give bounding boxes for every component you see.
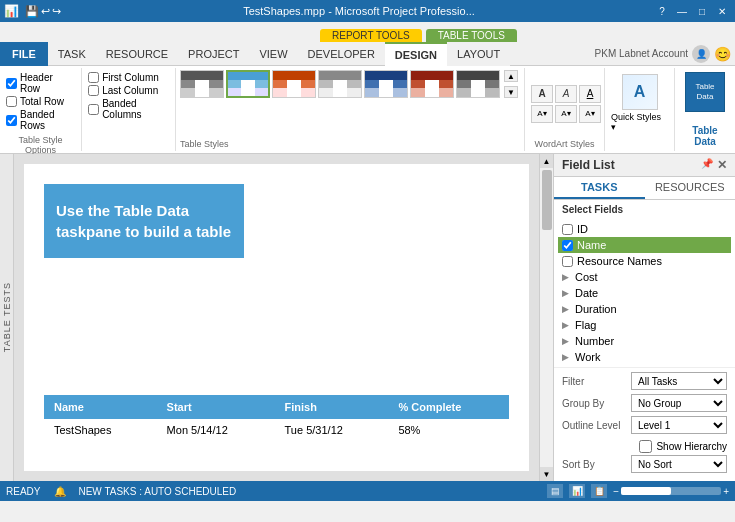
zoom-out[interactable]: − bbox=[613, 486, 619, 497]
banded-rows-option[interactable]: Banded Rows bbox=[6, 109, 75, 131]
status-right: ▤ 📊 📋 − + bbox=[547, 484, 729, 498]
tab-tasks[interactable]: TASKS bbox=[554, 177, 645, 199]
zoom-in[interactable]: + bbox=[723, 486, 729, 497]
table-tools-label[interactable]: TABLE TOOLS bbox=[426, 29, 517, 42]
table-data-group: TableData TableData bbox=[675, 68, 735, 151]
banded-columns-label: Banded Columns bbox=[102, 98, 169, 120]
v-scrollbar[interactable]: ▲ ▼ bbox=[539, 154, 553, 481]
wordart-btn-1[interactable]: A bbox=[531, 85, 553, 103]
banded-columns-checkbox[interactable] bbox=[88, 104, 99, 115]
new-tasks-icon[interactable]: 🔔 bbox=[54, 486, 66, 497]
style-swatch-5[interactable] bbox=[364, 70, 408, 98]
status-ready: READY bbox=[6, 486, 40, 497]
field-id-checkbox[interactable] bbox=[562, 224, 573, 235]
report-tools-context: REPORT TOOLS bbox=[320, 29, 422, 42]
style-swatch-6[interactable] bbox=[410, 70, 454, 98]
first-column-option[interactable]: First Column bbox=[88, 72, 169, 83]
field-list-controls: Filter All Tasks Group By No Group Outli… bbox=[554, 367, 735, 481]
banded-columns-option[interactable]: Banded Columns bbox=[88, 98, 169, 120]
group-by-select[interactable]: No Group bbox=[631, 394, 727, 412]
wordart-styles-group: A A A A▾ A▾ A▾ WordArt Styles bbox=[525, 68, 605, 151]
status-view-3[interactable]: 📋 bbox=[591, 484, 607, 498]
wordart-btn-2[interactable]: A bbox=[555, 85, 577, 103]
minimize-button[interactable]: — bbox=[673, 3, 691, 19]
wordart-fill[interactable]: A▾ bbox=[531, 105, 553, 123]
quick-access-redo[interactable]: ↪ bbox=[52, 5, 61, 18]
filter-select[interactable]: All Tasks bbox=[631, 372, 727, 390]
cell-start: Mon 5/14/12 bbox=[157, 419, 275, 441]
first-column-checkbox[interactable] bbox=[88, 72, 99, 83]
style-swatch-1[interactable] bbox=[180, 70, 224, 98]
last-column-checkbox[interactable] bbox=[88, 85, 99, 96]
wordart-outline[interactable]: A▾ bbox=[555, 105, 577, 123]
tab-layout[interactable]: LAYOUT bbox=[447, 42, 510, 66]
field-number[interactable]: ▶ Number bbox=[558, 333, 731, 349]
field-list-pin-icon[interactable]: 📌 bbox=[701, 158, 713, 172]
tab-view[interactable]: VIEW bbox=[249, 42, 297, 66]
quick-styles-dropdown[interactable]: Quick Styles ▾ bbox=[611, 112, 668, 132]
field-duration[interactable]: ▶ Duration bbox=[558, 301, 731, 317]
tab-task[interactable]: TASK bbox=[48, 42, 96, 66]
field-id[interactable]: ID bbox=[558, 221, 731, 237]
status-bar: READY 🔔 NEW TASKS : AUTO SCHEDULED ▤ 📊 📋… bbox=[0, 481, 735, 501]
field-name-label: Name bbox=[577, 239, 606, 251]
tab-design[interactable]: DESIGN bbox=[385, 42, 447, 66]
field-resource-names[interactable]: Resource Names bbox=[558, 253, 731, 269]
v-scroll-up[interactable]: ▲ bbox=[540, 154, 554, 168]
quick-access-save[interactable]: 💾 bbox=[25, 5, 39, 18]
style-swatch-2[interactable] bbox=[226, 70, 270, 98]
title-bar: 📊 💾 ↩ ↪ TestShapes.mpp - Microsoft Proje… bbox=[0, 0, 735, 22]
field-list-title: Field List bbox=[562, 158, 615, 172]
total-row-option[interactable]: Total Row bbox=[6, 96, 75, 107]
first-column-label: First Column bbox=[102, 72, 159, 83]
field-list-close[interactable]: ✕ bbox=[717, 158, 727, 172]
total-row-label: Total Row bbox=[20, 96, 64, 107]
field-resource-checkbox[interactable] bbox=[562, 256, 573, 267]
table-data-label: TableData bbox=[683, 123, 727, 147]
show-hierarchy-checkbox[interactable] bbox=[639, 440, 652, 453]
field-date[interactable]: ▶ Date bbox=[558, 285, 731, 301]
header-row-checkbox[interactable] bbox=[6, 78, 17, 89]
style-swatch-4[interactable] bbox=[318, 70, 362, 98]
quick-styles-btn[interactable]: A bbox=[622, 74, 658, 110]
last-column-option[interactable]: Last Column bbox=[88, 85, 169, 96]
tab-developer[interactable]: DEVELOPER bbox=[298, 42, 385, 66]
field-work[interactable]: ▶ Work bbox=[558, 349, 731, 365]
status-view-1[interactable]: ▤ bbox=[547, 484, 563, 498]
outline-level-select[interactable]: Level 1 bbox=[631, 416, 727, 434]
zoom-bar[interactable] bbox=[621, 487, 721, 495]
field-name[interactable]: Name bbox=[558, 237, 731, 253]
tab-file[interactable]: FILE bbox=[0, 42, 48, 66]
wordart-underline[interactable]: A bbox=[579, 85, 601, 103]
quick-access-undo[interactable]: ↩ bbox=[41, 5, 50, 18]
tab-resources[interactable]: RESOURCES bbox=[645, 177, 736, 199]
table-row: TestShapes Mon 5/14/12 Tue 5/31/12 58% bbox=[44, 419, 509, 441]
tab-project[interactable]: PROJECT bbox=[178, 42, 249, 66]
table-data-button[interactable]: TableData bbox=[685, 72, 725, 112]
wordart-effects[interactable]: A▾ bbox=[579, 105, 601, 123]
header-row-option[interactable]: Header Row bbox=[6, 72, 75, 94]
style-swatch-3[interactable] bbox=[272, 70, 316, 98]
smiley-icon: 😊 bbox=[714, 46, 731, 62]
status-view-2[interactable]: 📊 bbox=[569, 484, 585, 498]
close-button[interactable]: ✕ bbox=[713, 3, 731, 19]
maximize-button[interactable]: □ bbox=[693, 3, 711, 19]
help-button[interactable]: ? bbox=[653, 3, 671, 19]
expander-number: ▶ bbox=[562, 336, 569, 346]
styles-scroll-down[interactable]: ▼ bbox=[504, 86, 518, 98]
show-hierarchy-label: Show Hierarchy bbox=[656, 441, 727, 452]
total-row-checkbox[interactable] bbox=[6, 96, 17, 107]
show-hierarchy-row: Show Hierarchy bbox=[562, 438, 727, 455]
field-flag[interactable]: ▶ Flag bbox=[558, 317, 731, 333]
field-work-label: Work bbox=[575, 351, 600, 363]
v-scroll-down[interactable]: ▼ bbox=[540, 467, 554, 481]
report-tools-label[interactable]: REPORT TOOLS bbox=[320, 29, 422, 42]
tab-resource[interactable]: RESOURCE bbox=[96, 42, 178, 66]
banded-rows-checkbox[interactable] bbox=[6, 115, 17, 126]
sort-by-select[interactable]: No Sort bbox=[631, 455, 727, 473]
field-cost[interactable]: ▶ Cost bbox=[558, 269, 731, 285]
style-swatch-7[interactable] bbox=[456, 70, 500, 98]
styles-scroll-up[interactable]: ▲ bbox=[504, 70, 518, 82]
field-name-checkbox[interactable] bbox=[562, 240, 573, 251]
field-cost-label: Cost bbox=[575, 271, 598, 283]
